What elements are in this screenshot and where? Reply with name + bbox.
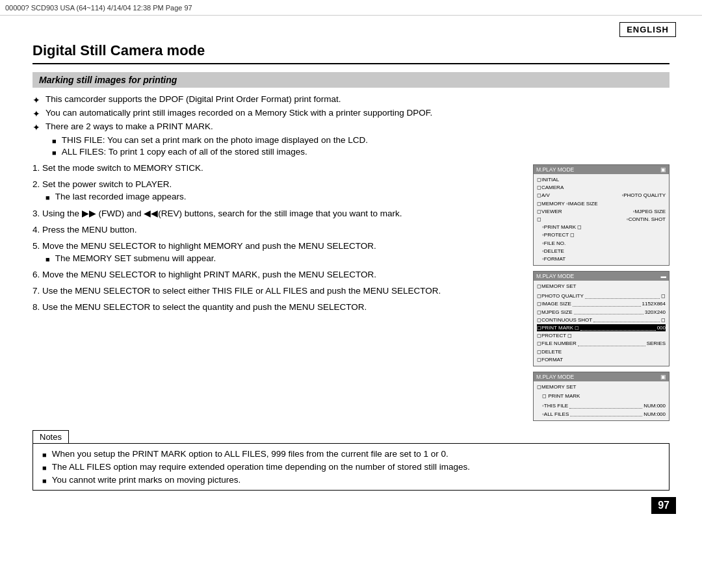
dots <box>585 294 660 299</box>
note-item-3: ■ You cannot write print marks on moving… <box>42 475 660 485</box>
menu-row: ◻DELETE <box>537 348 666 355</box>
menu-row: ◻FORMAT <box>537 356 666 363</box>
step-5-text: Move the MENU SELECTOR to highlight MEMO… <box>42 241 376 251</box>
menu-panel-3: M.PLAY MODE ▣ ◻MEMORY SET ◻ PRINT MARK ◦… <box>533 372 670 421</box>
note-item-2: ■ The ALL FILES option may require exten… <box>42 462 660 472</box>
menu-panel-1: M.PLAY MODE ▣ ◻INITIAL ◻CAMERA ◻A/V◦PHOT… <box>533 164 670 266</box>
dots <box>573 301 641 307</box>
step-2: 2. Set the power switch to PLAYER. ■ The… <box>32 179 533 201</box>
diamond-icon-3: ✦ <box>32 122 40 133</box>
dots <box>574 309 644 314</box>
menu-panel-3-title: M.PLAY MODE <box>536 374 574 380</box>
dots <box>593 317 660 322</box>
english-badge-container: ENGLISH <box>0 16 702 40</box>
note-text-2: The ALL FILES option may require extende… <box>52 462 470 472</box>
step-1-text: Set the mode switch to MEMORY STICK. <box>42 163 203 173</box>
step-3-number: 3. <box>32 209 42 218</box>
menu-row: ◻VIEWER◦MJPEG SIZE <box>537 208 666 215</box>
menu-panel-2-body: ◻MEMORY SET ◻PHOTO QUALITY ◻ ◻IMAGE SIZE… <box>534 281 669 366</box>
step-1-number: 1. <box>32 163 42 173</box>
step-2-number: 2. <box>32 179 42 189</box>
step-8-number: 8. <box>32 302 42 312</box>
menu-row: ◦FORMAT <box>537 255 666 262</box>
note-bullet-icon-3: ■ <box>42 477 47 485</box>
note-text-1: When you setup the PRINT MARK option to … <box>52 449 448 459</box>
step-6-text: Move the MENU SELECTOR to highlight PRIN… <box>42 270 376 279</box>
step-2-bullet-icon: ■ <box>46 194 50 201</box>
menu-row: ◻CONTINUOUS SHOT ◻ <box>537 316 666 324</box>
note-text-3: You cannot write print marks on moving p… <box>52 475 241 485</box>
step-2-sub-text: The last recorded image appears. <box>55 192 187 201</box>
menu-row: ◻MEMORY SET <box>537 283 666 290</box>
menu-row: ◦PRINT MARK ◻ <box>537 224 666 231</box>
menu-row: ◻MJPEG SIZE 320X240 <box>537 309 666 316</box>
intro-item-3: ✦ There are 2 ways to make a PRINT MARK. <box>32 121 670 133</box>
menu-row: ◻CAMERA <box>537 184 666 191</box>
menu-row: ◻ PRINT MARK <box>537 392 666 400</box>
intro-section: ✦ This camcorder supports the DPOF (Digi… <box>32 94 670 157</box>
step-2-sub: ■ The last recorded image appears. <box>46 192 533 201</box>
menu-panel-1-icon: ▣ <box>660 166 666 173</box>
note-bullet-icon-1: ■ <box>42 451 47 459</box>
step-5-bullet-icon: ■ <box>46 255 50 263</box>
dots <box>580 326 655 331</box>
menu-panel-2-icon: ▬ <box>661 273 667 279</box>
sub-bullet-2: ■ ALL FILES: To print 1 copy each of all… <box>52 147 670 157</box>
page-title: Digital Still Camera mode <box>32 42 670 64</box>
menu-panel-3-icon: ▣ <box>660 374 666 380</box>
intro-text-3: There are 2 ways to make a PRINT MARK. <box>46 121 213 131</box>
step-7-text: Use the MENU SELECTOR to select either T… <box>42 286 441 296</box>
diamond-icon-2: ✦ <box>32 109 40 119</box>
menu-panel-1-title: M.PLAY MODE <box>536 166 574 173</box>
step-6: 6. Move the MENU SELECTOR to highlight P… <box>32 270 533 279</box>
menu-panel-1-header: M.PLAY MODE ▣ <box>534 165 669 174</box>
step-5-sub: ■ The MEMORY SET submenu will appear. <box>46 253 533 263</box>
note-item-1: ■ When you setup the PRINT MARK option t… <box>42 449 660 459</box>
menu-row: ◦PROTECT ◻ <box>537 231 666 238</box>
menu-panel-1-body: ◻INITIAL ◻CAMERA ◻A/V◦PHOTO QUALITY ◻MEM… <box>534 174 669 265</box>
sub-bullets: ■ THIS FILE: You can set a print mark on… <box>52 135 670 157</box>
notes-content: ■ When you setup the PRINT MARK option t… <box>32 443 670 491</box>
menu-row: ◻MEMORY ◦IMAGE SIZE <box>537 200 666 207</box>
menu-row: ◻IMAGE SIZE 1152X864 <box>537 300 666 307</box>
step-4-text: Press the MENU button. <box>42 225 137 235</box>
top-bar: 00000? SCD903 USA (64~114) 4/14/04 12:38… <box>0 0 702 16</box>
menu-row: ◦DELETE <box>537 248 666 255</box>
step-4: 4. Press the MENU button. <box>32 225 533 235</box>
menu-row: ◻◦CONTIN. SHOT <box>537 216 666 223</box>
notes-tab: Notes <box>32 430 69 443</box>
english-badge: ENGLISH <box>619 22 676 37</box>
step-5: 5. Move the MENU SELECTOR to highlight M… <box>32 241 533 263</box>
menu-row: ◦THIS FILE NUM:000 <box>537 402 666 409</box>
page-number-container: 97 <box>0 497 702 514</box>
dots <box>578 341 645 346</box>
step-7: 7. Use the MENU SELECTOR to select eithe… <box>32 286 533 296</box>
menu-panel-2-header: M.PLAY MODE ▬ <box>534 272 669 281</box>
steps-and-menus: 1. Set the mode switch to MEMORY STICK. … <box>32 163 670 421</box>
note-bullet-icon-2: ■ <box>42 464 47 472</box>
intro-text-2: You can automatically print still images… <box>46 108 432 118</box>
square-bullet-icon-1: ■ <box>52 137 57 145</box>
step-5-sub-text: The MEMORY SET submenu will appear. <box>55 253 216 263</box>
step-3-text: Using the ▶▶ (FWD) and ◀◀(REV) buttons, … <box>42 209 402 218</box>
menu-row: ◻INITIAL <box>537 176 666 183</box>
top-bar-text: 00000? SCD903 USA (64~114) 4/14/04 12:38… <box>5 4 192 12</box>
menu-row: ◦ALL FILES NUM:000 <box>537 411 666 418</box>
intro-item-1: ✦ This camcorder supports the DPOF (Digi… <box>32 94 670 105</box>
steps-column: 1. Set the mode switch to MEMORY STICK. … <box>32 163 533 421</box>
notes-box: Notes ■ When you setup the PRINT MARK op… <box>32 430 670 491</box>
menu-row: ◻FILE NUMBER SERIES <box>537 340 666 347</box>
menu-row: ◻MEMORY SET <box>537 383 666 390</box>
page-number: 97 <box>651 497 676 514</box>
step-5-number: 5. <box>32 241 42 251</box>
menu-panel-2-title: M.PLAY MODE <box>536 273 574 279</box>
dots <box>569 403 642 409</box>
intro-text-1: This camcorder supports the DPOF (Digita… <box>46 94 341 104</box>
intro-item-2: ✦ You can automatically print still imag… <box>32 108 670 119</box>
step-8: 8. Use the MENU SELECTOR to select the q… <box>32 302 533 312</box>
sub-bullet-1: ■ THIS FILE: You can set a print mark on… <box>52 135 670 145</box>
menu-row: ◻PHOTO QUALITY ◻ <box>537 292 666 300</box>
sub-bullet-text-1: THIS FILE: You can set a print mark on t… <box>62 135 368 145</box>
menu-row: ◦FILE NO. <box>537 240 666 247</box>
menu-panel-3-body: ◻MEMORY SET ◻ PRINT MARK ◦THIS FILE NUM:… <box>534 381 669 420</box>
